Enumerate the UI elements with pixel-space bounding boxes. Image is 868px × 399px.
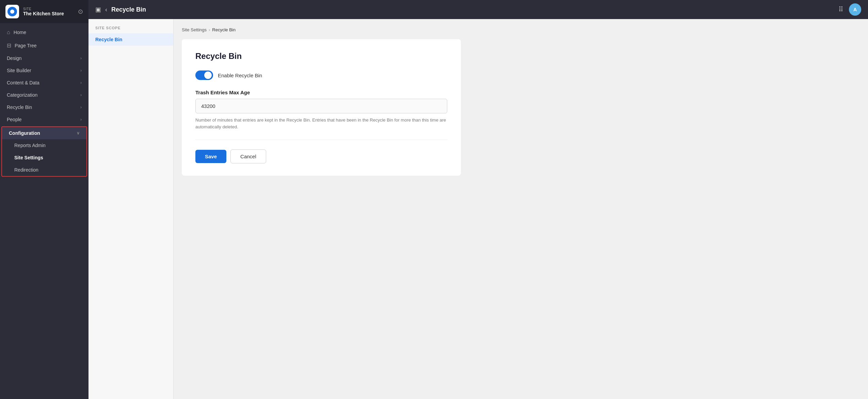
save-button[interactable]: Save <box>195 150 226 163</box>
breadcrumb-separator: › <box>209 27 210 32</box>
chevron-right-icon: › <box>80 80 82 85</box>
home-icon: ⌂ <box>7 29 10 35</box>
site-label: SITE <box>23 7 74 11</box>
configuration-section: Configuration ∨ Reports Admin Site Setti… <box>1 126 87 177</box>
sidebar-nav: ⌂ Home ⊟ Page Tree Design › Site Builder… <box>0 23 89 399</box>
sidebar-item-site-builder[interactable]: Site Builder › <box>0 64 89 77</box>
chevron-right-icon: › <box>80 117 82 122</box>
sidebar-item-configuration[interactable]: Configuration ∨ <box>2 127 86 139</box>
cancel-button[interactable]: Cancel <box>230 149 266 163</box>
secondary-nav-recycle-bin[interactable]: Recycle Bin <box>89 33 173 46</box>
sidebar-item-design[interactable]: Design › <box>0 52 89 64</box>
settings-icon[interactable]: ⊙ <box>78 8 83 15</box>
site-logo-inner <box>7 7 17 16</box>
breadcrumb-parent[interactable]: Site Settings <box>182 27 207 32</box>
main: ▣ ‹ Recycle Bin ⠿ A SITE SCOPE Recycle B… <box>89 0 868 399</box>
sidebar-item-recycle-bin[interactable]: Recycle Bin › <box>0 101 89 113</box>
chevron-right-icon: › <box>80 105 82 110</box>
page-content: Site Settings › Recycle Bin Recycle Bin … <box>174 19 868 399</box>
sidebar-item-page-tree[interactable]: ⊟ Page Tree <box>0 39 89 52</box>
sidebar-item-content-data[interactable]: Content & Data › <box>0 77 89 89</box>
content-card: Recycle Bin Enable Recycle Bin Trash Ent… <box>182 39 461 176</box>
sidebar-item-categorization[interactable]: Categorization › <box>0 89 89 101</box>
sidebar-item-people[interactable]: People › <box>0 113 89 126</box>
sidebar-header: SITE The Kitchen Store ⊙ <box>0 0 89 23</box>
enable-recycle-bin-toggle[interactable] <box>195 70 213 80</box>
chevron-right-icon: › <box>80 56 82 61</box>
back-button[interactable]: ‹ <box>105 6 107 13</box>
sidebar-item-home[interactable]: ⌂ Home <box>0 26 89 39</box>
field-help-text: Number of minutes that entries are kept … <box>195 117 447 130</box>
sidebar-subitem-redirection[interactable]: Redirection <box>2 164 86 176</box>
page-tree-icon: ⊟ <box>7 42 11 49</box>
grid-icon[interactable]: ⠿ <box>838 5 843 14</box>
card-title: Recycle Bin <box>195 51 447 61</box>
chevron-right-icon: › <box>80 68 82 73</box>
trash-max-age-input[interactable] <box>195 99 447 113</box>
site-info: SITE The Kitchen Store <box>23 7 74 16</box>
secondary-sidebar: SITE SCOPE Recycle Bin <box>89 19 174 399</box>
sidebar-subitem-site-settings[interactable]: Site Settings <box>2 151 86 164</box>
page-title: Recycle Bin <box>111 6 834 13</box>
content-area: SITE SCOPE Recycle Bin Site Settings › R… <box>89 19 868 399</box>
action-buttons: Save Cancel <box>195 149 447 163</box>
topbar: ▣ ‹ Recycle Bin ⠿ A <box>89 0 868 19</box>
topbar-actions: ⠿ A <box>838 3 861 16</box>
section-scope-label: SITE SCOPE <box>89 26 173 33</box>
avatar[interactable]: A <box>849 3 861 16</box>
toggle-row: Enable Recycle Bin <box>195 70 447 80</box>
site-name: The Kitchen Store <box>23 11 74 16</box>
sidebar-toggle-button[interactable]: ▣ <box>95 6 101 13</box>
divider <box>195 140 447 140</box>
sidebar-subitem-reports-admin[interactable]: Reports Admin <box>2 139 86 151</box>
breadcrumb-current: Recycle Bin <box>212 27 236 32</box>
toggle-label: Enable Recycle Bin <box>218 73 262 78</box>
site-logo <box>5 5 19 18</box>
toggle-thumb <box>204 71 212 79</box>
breadcrumb: Site Settings › Recycle Bin <box>182 27 860 32</box>
chevron-right-icon: › <box>80 93 82 97</box>
sidebar: SITE The Kitchen Store ⊙ ⌂ Home ⊟ Page T… <box>0 0 89 399</box>
field-label: Trash Entries Max Age <box>195 90 447 95</box>
chevron-down-icon: ∨ <box>77 131 80 135</box>
